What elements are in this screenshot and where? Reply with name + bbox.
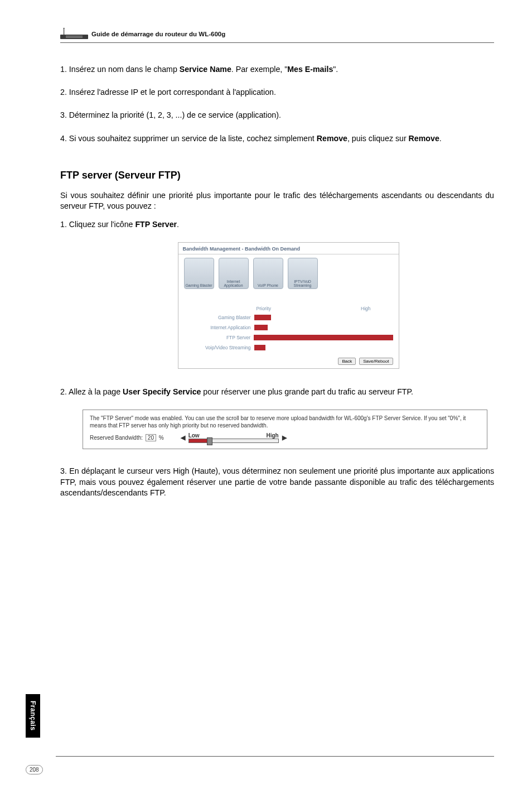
slider-track[interactable] bbox=[188, 439, 279, 443]
icon-internet-application[interactable]: Internet Application bbox=[219, 258, 249, 289]
svg-rect-2 bbox=[66, 37, 83, 38]
ftp-step-2: 2. Allez à la page User Specify Service … bbox=[60, 387, 494, 397]
slider-fill bbox=[189, 439, 209, 442]
slider-high-label: High bbox=[266, 432, 278, 439]
icon-voip-phone[interactable]: VoIP Phone bbox=[253, 258, 283, 289]
bar-ftp-server[interactable] bbox=[254, 335, 393, 340]
col-priority: Priority bbox=[257, 306, 271, 311]
svg-point-4 bbox=[63, 28, 65, 28]
figure-title: Bandwidth Management - Bandwidth On Dema… bbox=[178, 243, 399, 254]
slider-left-arrow-icon[interactable]: ◀ bbox=[181, 434, 185, 441]
reserved-bandwidth-field: Reserved Bandwidth: 20 % bbox=[90, 434, 164, 441]
svg-rect-1 bbox=[66, 36, 83, 36]
row-gaming: Gaming Blaster bbox=[184, 315, 254, 320]
bar-voip-video[interactable] bbox=[254, 345, 265, 350]
step-text: En déplaçant le curseur vers High (Haute… bbox=[60, 466, 494, 497]
step-text: pour réserver une plus grande part du tr… bbox=[201, 387, 413, 396]
step-text: Insérez l'adresse IP et le port correspo… bbox=[69, 88, 276, 97]
section-intro: Si vous souhaitez définir une priorité p… bbox=[60, 190, 494, 211]
step-text: ". bbox=[333, 65, 338, 74]
figure-bandwidth-management: Bandwidth Management - Bandwidth On Dema… bbox=[178, 242, 399, 369]
step-num: 2. bbox=[60, 387, 67, 396]
step-text: Insérez un nom dans le champ bbox=[69, 65, 180, 74]
step-num: 1. bbox=[60, 65, 67, 74]
col-high: High bbox=[361, 306, 370, 311]
step-text: . Par exemple, " bbox=[231, 65, 287, 74]
save-reboot-button[interactable]: Save/Reboot bbox=[359, 358, 393, 365]
header-title: Guide de démarrage du routeur du WL-600g bbox=[91, 31, 225, 37]
bold-ftp-server: FTP Server bbox=[135, 220, 177, 229]
step-text: , puis cliquez sur bbox=[347, 134, 409, 143]
bar-gaming[interactable] bbox=[254, 315, 271, 320]
icon-gaming-blaster[interactable]: Gaming Blaster bbox=[184, 258, 214, 289]
section-heading: FTP server (Serveur FTP) bbox=[60, 170, 494, 181]
ftp-step-3: 3. En déplaçant le curseur vers High (Ha… bbox=[60, 466, 494, 498]
page-number: 208 bbox=[26, 765, 43, 774]
back-button[interactable]: Back bbox=[338, 358, 356, 365]
step-1: 1. Insérez un nom dans le champ Service … bbox=[60, 64, 494, 75]
step-num: 2. bbox=[60, 88, 67, 97]
svg-rect-3 bbox=[64, 28, 64, 35]
ftp-step-1: 1. Cliquez sur l'icône FTP Server. bbox=[60, 219, 494, 230]
page-header: Guide de démarrage du routeur du WL-600g bbox=[60, 28, 494, 43]
reserved-value-input[interactable]: 20 bbox=[146, 434, 156, 441]
step-text: Allez à la page bbox=[69, 387, 123, 396]
svg-rect-0 bbox=[60, 35, 88, 39]
figure-description: The "FTP Server" mode was enabled. You c… bbox=[90, 415, 480, 429]
row-voip-video: Voip/Video Streaming bbox=[184, 345, 254, 350]
reserved-pct: % bbox=[159, 435, 164, 441]
step-text: Cliquez sur l'icône bbox=[69, 220, 136, 229]
bold-remove-2: Remove bbox=[409, 134, 439, 143]
router-icon bbox=[60, 28, 88, 40]
step-num: 4. bbox=[60, 134, 67, 143]
bold-user-specify: User Specify Service bbox=[123, 387, 201, 396]
step-num: 1. bbox=[60, 220, 67, 229]
step-text: Si vous souhaitez supprimer un service d… bbox=[69, 134, 317, 143]
bold-service-name: Service Name bbox=[180, 65, 231, 74]
step-3: 3. Déterminez la priorité (1, 2, 3, ...)… bbox=[60, 110, 494, 121]
step-text: . bbox=[439, 134, 442, 143]
footer-rule bbox=[56, 756, 494, 757]
step-num: 3. bbox=[60, 110, 67, 119]
bar-internet-app[interactable] bbox=[254, 325, 268, 330]
step-2: 2. Insérez l'adresse IP et le port corre… bbox=[60, 87, 494, 98]
bold-example: Mes E-mails bbox=[287, 65, 333, 74]
slider-low-label: Low bbox=[188, 432, 200, 439]
figure-reserved-bandwidth: The "FTP Server" mode was enabled. You c… bbox=[83, 410, 487, 449]
language-tab: Français bbox=[26, 694, 40, 738]
step-num: 3. bbox=[60, 466, 67, 475]
bandwidth-slider[interactable]: ◀ Low High ▶ bbox=[181, 432, 287, 443]
icon-iptv-vod[interactable]: IPTV/VoD Streaming bbox=[288, 258, 318, 289]
bold-remove-1: Remove bbox=[317, 134, 347, 143]
row-ftp-server: FTP Server bbox=[184, 335, 254, 340]
step-text: . bbox=[177, 220, 179, 229]
step-text: Déterminez la priorité (1, 2, 3, ...) de… bbox=[69, 110, 281, 119]
row-internet-app: Internet Application bbox=[184, 325, 254, 330]
slider-right-arrow-icon[interactable]: ▶ bbox=[282, 434, 287, 441]
slider-thumb[interactable] bbox=[207, 437, 212, 445]
reserved-label: Reserved Bandwidth: bbox=[90, 435, 143, 441]
step-4: 4. Si vous souhaitez supprimer un servic… bbox=[60, 133, 494, 144]
